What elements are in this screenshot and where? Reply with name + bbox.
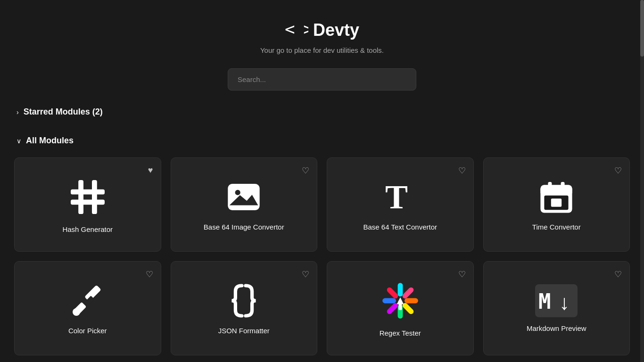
- module-card-regex-tester[interactable]: ♡ Re: [327, 261, 474, 355]
- module-name-json-formatter: JSON Formatter: [218, 327, 270, 335]
- module-name-base64-text: Base 64 Text Convertor: [363, 223, 437, 231]
- svg-text:M: M: [538, 289, 551, 313]
- calendar-icon: [537, 178, 575, 216]
- asterisk-icon: [379, 280, 421, 322]
- svg-rect-8: [230, 185, 258, 209]
- svg-marker-31: [397, 297, 404, 304]
- app-subtitle: Your go to place for dev utilities & too…: [14, 46, 630, 54]
- all-modules-section: ∨ All Modules ♥ Hash Generator ♡: [14, 131, 630, 355]
- page-container: < > Devty Your go to place for dev utili…: [0, 0, 644, 362]
- logo-icon: < >: [285, 19, 308, 41]
- svg-rect-30: [386, 286, 399, 299]
- all-modules-header[interactable]: ∨ All Modules: [14, 131, 630, 150]
- svg-rect-3: [71, 189, 105, 195]
- all-modules-chevron-icon: ∨: [17, 137, 21, 145]
- all-modules-title: All Modules: [26, 136, 74, 146]
- module-card-base64-image[interactable]: ♡ Base 64 Image Convertor: [171, 157, 318, 252]
- module-card-time-convertor[interactable]: ♡ Time Convertor: [483, 157, 630, 252]
- svg-text:< >: < >: [285, 19, 308, 38]
- module-name-time-convertor: Time Convertor: [532, 223, 581, 231]
- module-name-hash-generator: Hash Generator: [62, 225, 113, 233]
- module-card-json-formatter[interactable]: ♡ JSON Formatter: [171, 261, 318, 355]
- favorite-json-button[interactable]: ♡: [300, 267, 311, 281]
- starred-chevron-icon: ›: [17, 108, 19, 116]
- favorite-time-button[interactable]: ♡: [612, 164, 624, 178]
- scrollbar-track[interactable]: [640, 0, 644, 362]
- starred-modules-header[interactable]: › Starred Modules (2): [14, 102, 630, 122]
- svg-rect-32: [398, 303, 402, 310]
- favorite-base64-text-button[interactable]: ♡: [456, 164, 468, 178]
- hash-icon: [66, 176, 109, 218]
- svg-rect-17: [548, 182, 552, 189]
- svg-rect-1: [78, 180, 83, 214]
- svg-text:T: T: [385, 178, 408, 216]
- module-card-markdown-preview[interactable]: ♡ M ↓ Markdown Preview: [483, 261, 630, 355]
- svg-rect-18: [561, 182, 565, 189]
- favorite-markdown-button[interactable]: ♡: [612, 267, 624, 281]
- favorite-hash-button[interactable]: ♥: [146, 164, 155, 177]
- module-card-base64-text[interactable]: ♡ T Base 64 Text Convertor: [327, 157, 474, 252]
- search-input[interactable]: [228, 68, 416, 90]
- favorite-color-picker-button[interactable]: ♡: [144, 267, 155, 281]
- module-card-color-picker[interactable]: ♡ Color Picker: [14, 261, 161, 355]
- svg-text:↓: ↓: [559, 291, 570, 314]
- app-title: Devty: [313, 20, 359, 40]
- starred-modules-title: Starred Modules (2): [24, 107, 103, 117]
- starred-modules-section: › Starred Modules (2): [14, 102, 630, 122]
- svg-rect-14: [541, 189, 572, 193]
- favorite-regex-button[interactable]: ♡: [456, 267, 468, 281]
- module-name-base64-image: Base 64 Image Convertor: [204, 223, 284, 231]
- module-name-color-picker: Color Picker: [68, 327, 107, 335]
- module-name-markdown-preview: Markdown Preview: [527, 324, 586, 332]
- modules-grid: ♥ Hash Generator ♡: [14, 157, 630, 355]
- image-icon: [225, 178, 263, 216]
- favorite-base64-image-button[interactable]: ♡: [300, 164, 311, 178]
- svg-rect-4: [71, 199, 105, 205]
- module-card-hash-generator[interactable]: ♥ Hash Generator: [14, 157, 161, 252]
- logo-title: < > Devty: [14, 19, 630, 41]
- svg-rect-24: [401, 286, 414, 299]
- eyedropper-icon: [69, 282, 107, 320]
- search-container: [14, 68, 630, 90]
- scrollbar-thumb[interactable]: [640, 0, 644, 57]
- svg-rect-25: [405, 298, 418, 304]
- svg-rect-16: [551, 198, 561, 207]
- module-name-regex-tester: Regex Tester: [380, 329, 421, 337]
- markdown-icon-container: M ↓: [535, 284, 578, 317]
- svg-point-9: [235, 190, 240, 195]
- svg-rect-29: [382, 298, 396, 304]
- braces-icon: [225, 282, 263, 320]
- svg-rect-2: [92, 180, 97, 214]
- header: < > Devty Your go to place for dev utili…: [14, 19, 630, 54]
- svg-point-21: [73, 308, 80, 316]
- text-icon: T: [381, 178, 419, 216]
- svg-rect-23: [397, 283, 403, 296]
- markdown-icon: M ↓: [537, 288, 575, 314]
